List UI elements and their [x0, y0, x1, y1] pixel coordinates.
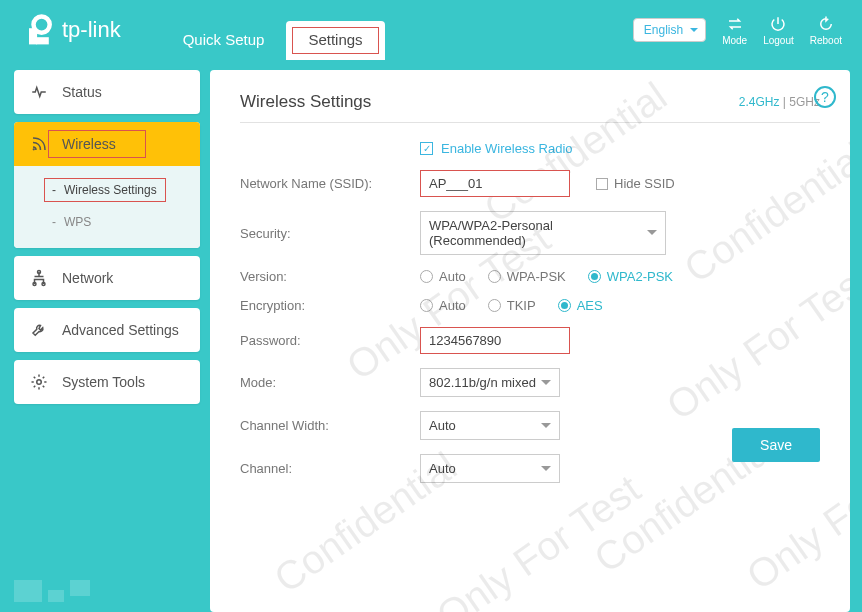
enable-wireless-checkbox[interactable]: ✓ [420, 142, 433, 155]
band-toggle[interactable]: 2.4GHz | 5GHz [739, 95, 820, 109]
svg-point-7 [37, 380, 42, 385]
wrench-icon [30, 321, 48, 339]
mode-label: Mode: [240, 375, 420, 390]
chevron-down-icon [647, 230, 657, 240]
tab-quick-setup[interactable]: Quick Setup [161, 21, 287, 60]
ssid-label: Network Name (SSID): [240, 176, 420, 191]
brand-logo: tp-link [20, 12, 121, 48]
brand-text: tp-link [62, 17, 121, 43]
encryption-label: Encryption: [240, 298, 420, 313]
channel-width-label: Channel Width: [240, 418, 420, 433]
reboot-label: Reboot [810, 35, 842, 46]
logout-button[interactable]: Logout [763, 15, 794, 46]
password-label: Password: [240, 333, 420, 348]
password-input[interactable] [420, 327, 570, 354]
ssid-input[interactable] [420, 170, 570, 197]
version-wpa-radio[interactable]: WPA-PSK [488, 269, 566, 284]
nav-system[interactable]: System Tools [14, 360, 200, 404]
watermark: Only For Test [429, 466, 649, 612]
network-icon [30, 269, 48, 287]
nav-advanced[interactable]: Advanced Settings [14, 308, 200, 352]
help-button[interactable]: ? [814, 86, 836, 108]
enable-wireless-label: Enable Wireless Radio [441, 141, 573, 156]
save-button[interactable]: Save [732, 428, 820, 462]
tab-settings[interactable]: Settings [286, 21, 384, 60]
chevron-down-icon [541, 466, 551, 476]
nav-wireless-label: Wireless [62, 136, 116, 152]
mode-label: Mode [722, 35, 747, 46]
channel-label: Channel: [240, 461, 420, 476]
enc-auto-radio[interactable]: Auto [420, 298, 466, 313]
nav-status[interactable]: Status [14, 70, 200, 114]
subnav-wps[interactable]: WPS [14, 206, 200, 238]
logout-label: Logout [763, 35, 794, 46]
logout-icon [768, 15, 788, 33]
nav-network-label: Network [62, 270, 113, 286]
security-label: Security: [240, 226, 420, 241]
nav-advanced-label: Advanced Settings [62, 322, 179, 338]
channel-select[interactable]: Auto [420, 454, 560, 483]
enc-aes-radio[interactable]: AES [558, 298, 603, 313]
nav-system-label: System Tools [62, 374, 145, 390]
enc-tkip-radio[interactable]: TKIP [488, 298, 536, 313]
nav-status-label: Status [62, 84, 102, 100]
chevron-down-icon [541, 380, 551, 390]
nav-wireless[interactable]: Wireless [14, 122, 200, 166]
mode-select[interactable]: 802.11b/g/n mixed [420, 368, 560, 397]
version-label: Version: [240, 269, 420, 284]
security-select[interactable]: WPA/WPA2-Personal (Recommended) [420, 211, 666, 255]
wireless-icon [30, 135, 48, 153]
gear-icon [30, 373, 48, 391]
chevron-down-icon [541, 423, 551, 433]
hide-ssid-checkbox[interactable] [596, 178, 608, 190]
reboot-icon [816, 15, 836, 33]
tplink-icon [20, 12, 56, 48]
svg-rect-1 [29, 28, 37, 44]
band-24[interactable]: 2.4GHz [739, 95, 780, 109]
channel-width-select[interactable]: Auto [420, 411, 560, 440]
footer-decoration [14, 580, 90, 602]
version-auto-radio[interactable]: Auto [420, 269, 466, 284]
subnav-wireless-settings[interactable]: Wireless Settings [14, 174, 200, 206]
mode-icon [725, 15, 745, 33]
mode-button[interactable]: Mode [722, 15, 747, 46]
reboot-button[interactable]: Reboot [810, 15, 842, 46]
page-title: Wireless Settings [240, 92, 371, 112]
language-select[interactable]: English [633, 18, 706, 42]
status-icon [30, 83, 48, 101]
hide-ssid-label: Hide SSID [614, 176, 675, 191]
svg-point-3 [33, 148, 35, 150]
nav-network[interactable]: Network [14, 256, 200, 300]
version-wpa2-radio[interactable]: WPA2-PSK [588, 269, 673, 284]
svg-rect-2 [36, 37, 49, 44]
